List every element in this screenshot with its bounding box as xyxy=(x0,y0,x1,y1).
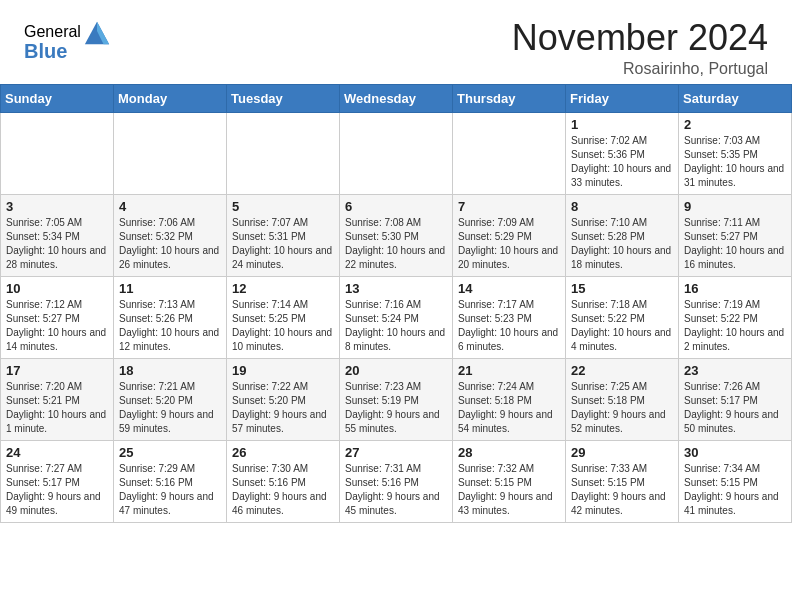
day-number: 21 xyxy=(458,363,560,378)
day-info: Sunrise: 7:26 AM Sunset: 5:17 PM Dayligh… xyxy=(684,380,786,436)
day-info: Sunrise: 7:08 AM Sunset: 5:30 PM Dayligh… xyxy=(345,216,447,272)
day-number: 12 xyxy=(232,281,334,296)
day-number: 23 xyxy=(684,363,786,378)
day-info: Sunrise: 7:21 AM Sunset: 5:20 PM Dayligh… xyxy=(119,380,221,436)
day-info: Sunrise: 7:22 AM Sunset: 5:20 PM Dayligh… xyxy=(232,380,334,436)
day-number: 6 xyxy=(345,199,447,214)
day-info: Sunrise: 7:31 AM Sunset: 5:16 PM Dayligh… xyxy=(345,462,447,518)
day-info: Sunrise: 7:19 AM Sunset: 5:22 PM Dayligh… xyxy=(684,298,786,354)
day-info: Sunrise: 7:12 AM Sunset: 5:27 PM Dayligh… xyxy=(6,298,108,354)
calendar-cell: 4Sunrise: 7:06 AM Sunset: 5:32 PM Daylig… xyxy=(114,194,227,276)
calendar-cell: 14Sunrise: 7:17 AM Sunset: 5:23 PM Dayli… xyxy=(453,276,566,358)
weekday-header-sunday: Sunday xyxy=(1,84,114,112)
day-number: 4 xyxy=(119,199,221,214)
calendar-cell: 19Sunrise: 7:22 AM Sunset: 5:20 PM Dayli… xyxy=(227,358,340,440)
day-number: 11 xyxy=(119,281,221,296)
weekday-header-row: SundayMondayTuesdayWednesdayThursdayFrid… xyxy=(1,84,792,112)
day-number: 7 xyxy=(458,199,560,214)
day-number: 1 xyxy=(571,117,673,132)
month-title: November 2024 xyxy=(512,18,768,58)
day-number: 13 xyxy=(345,281,447,296)
day-number: 29 xyxy=(571,445,673,460)
day-number: 10 xyxy=(6,281,108,296)
day-info: Sunrise: 7:16 AM Sunset: 5:24 PM Dayligh… xyxy=(345,298,447,354)
day-info: Sunrise: 7:09 AM Sunset: 5:29 PM Dayligh… xyxy=(458,216,560,272)
calendar-cell: 10Sunrise: 7:12 AM Sunset: 5:27 PM Dayli… xyxy=(1,276,114,358)
day-info: Sunrise: 7:11 AM Sunset: 5:27 PM Dayligh… xyxy=(684,216,786,272)
day-number: 27 xyxy=(345,445,447,460)
day-number: 5 xyxy=(232,199,334,214)
calendar-cell: 25Sunrise: 7:29 AM Sunset: 5:16 PM Dayli… xyxy=(114,440,227,522)
calendar-cell: 24Sunrise: 7:27 AM Sunset: 5:17 PM Dayli… xyxy=(1,440,114,522)
day-number: 16 xyxy=(684,281,786,296)
day-info: Sunrise: 7:34 AM Sunset: 5:15 PM Dayligh… xyxy=(684,462,786,518)
day-number: 28 xyxy=(458,445,560,460)
day-info: Sunrise: 7:33 AM Sunset: 5:15 PM Dayligh… xyxy=(571,462,673,518)
logo-blue-text: Blue xyxy=(24,40,67,63)
week-row-1: 1Sunrise: 7:02 AM Sunset: 5:36 PM Daylig… xyxy=(1,112,792,194)
calendar-cell xyxy=(453,112,566,194)
calendar-cell: 28Sunrise: 7:32 AM Sunset: 5:15 PM Dayli… xyxy=(453,440,566,522)
weekday-header-friday: Friday xyxy=(566,84,679,112)
day-info: Sunrise: 7:10 AM Sunset: 5:28 PM Dayligh… xyxy=(571,216,673,272)
day-number: 3 xyxy=(6,199,108,214)
calendar-cell: 15Sunrise: 7:18 AM Sunset: 5:22 PM Dayli… xyxy=(566,276,679,358)
day-number: 30 xyxy=(684,445,786,460)
day-info: Sunrise: 7:32 AM Sunset: 5:15 PM Dayligh… xyxy=(458,462,560,518)
week-row-2: 3Sunrise: 7:05 AM Sunset: 5:34 PM Daylig… xyxy=(1,194,792,276)
logo-general-text: General xyxy=(24,23,81,41)
calendar-cell: 6Sunrise: 7:08 AM Sunset: 5:30 PM Daylig… xyxy=(340,194,453,276)
day-number: 24 xyxy=(6,445,108,460)
calendar-cell: 7Sunrise: 7:09 AM Sunset: 5:29 PM Daylig… xyxy=(453,194,566,276)
calendar-cell: 11Sunrise: 7:13 AM Sunset: 5:26 PM Dayli… xyxy=(114,276,227,358)
calendar-cell: 2Sunrise: 7:03 AM Sunset: 5:35 PM Daylig… xyxy=(679,112,792,194)
location-subtitle: Rosairinho, Portugal xyxy=(512,60,768,78)
day-number: 18 xyxy=(119,363,221,378)
calendar-cell xyxy=(1,112,114,194)
day-info: Sunrise: 7:03 AM Sunset: 5:35 PM Dayligh… xyxy=(684,134,786,190)
title-area: November 2024 Rosairinho, Portugal xyxy=(512,18,768,78)
calendar-cell: 3Sunrise: 7:05 AM Sunset: 5:34 PM Daylig… xyxy=(1,194,114,276)
day-number: 26 xyxy=(232,445,334,460)
calendar-cell: 16Sunrise: 7:19 AM Sunset: 5:22 PM Dayli… xyxy=(679,276,792,358)
day-number: 8 xyxy=(571,199,673,214)
day-info: Sunrise: 7:14 AM Sunset: 5:25 PM Dayligh… xyxy=(232,298,334,354)
day-number: 20 xyxy=(345,363,447,378)
day-info: Sunrise: 7:13 AM Sunset: 5:26 PM Dayligh… xyxy=(119,298,221,354)
day-info: Sunrise: 7:30 AM Sunset: 5:16 PM Dayligh… xyxy=(232,462,334,518)
weekday-header-thursday: Thursday xyxy=(453,84,566,112)
day-number: 14 xyxy=(458,281,560,296)
calendar-cell: 29Sunrise: 7:33 AM Sunset: 5:15 PM Dayli… xyxy=(566,440,679,522)
week-row-4: 17Sunrise: 7:20 AM Sunset: 5:21 PM Dayli… xyxy=(1,358,792,440)
calendar-cell: 20Sunrise: 7:23 AM Sunset: 5:19 PM Dayli… xyxy=(340,358,453,440)
day-number: 9 xyxy=(684,199,786,214)
logo-icon xyxy=(83,18,111,46)
calendar-cell: 26Sunrise: 7:30 AM Sunset: 5:16 PM Dayli… xyxy=(227,440,340,522)
day-number: 15 xyxy=(571,281,673,296)
day-info: Sunrise: 7:27 AM Sunset: 5:17 PM Dayligh… xyxy=(6,462,108,518)
calendar-cell: 12Sunrise: 7:14 AM Sunset: 5:25 PM Dayli… xyxy=(227,276,340,358)
day-number: 22 xyxy=(571,363,673,378)
calendar-cell: 9Sunrise: 7:11 AM Sunset: 5:27 PM Daylig… xyxy=(679,194,792,276)
day-info: Sunrise: 7:17 AM Sunset: 5:23 PM Dayligh… xyxy=(458,298,560,354)
week-row-5: 24Sunrise: 7:27 AM Sunset: 5:17 PM Dayli… xyxy=(1,440,792,522)
calendar-cell: 27Sunrise: 7:31 AM Sunset: 5:16 PM Dayli… xyxy=(340,440,453,522)
calendar-cell: 30Sunrise: 7:34 AM Sunset: 5:15 PM Dayli… xyxy=(679,440,792,522)
weekday-header-tuesday: Tuesday xyxy=(227,84,340,112)
day-info: Sunrise: 7:23 AM Sunset: 5:19 PM Dayligh… xyxy=(345,380,447,436)
logo: General Blue xyxy=(24,18,111,63)
page-header: General Blue November 2024 Rosairinho, P… xyxy=(0,0,792,84)
day-info: Sunrise: 7:18 AM Sunset: 5:22 PM Dayligh… xyxy=(571,298,673,354)
calendar-table: SundayMondayTuesdayWednesdayThursdayFrid… xyxy=(0,84,792,523)
day-info: Sunrise: 7:29 AM Sunset: 5:16 PM Dayligh… xyxy=(119,462,221,518)
calendar-cell: 22Sunrise: 7:25 AM Sunset: 5:18 PM Dayli… xyxy=(566,358,679,440)
weekday-header-monday: Monday xyxy=(114,84,227,112)
day-info: Sunrise: 7:07 AM Sunset: 5:31 PM Dayligh… xyxy=(232,216,334,272)
calendar-cell xyxy=(340,112,453,194)
day-number: 17 xyxy=(6,363,108,378)
day-info: Sunrise: 7:25 AM Sunset: 5:18 PM Dayligh… xyxy=(571,380,673,436)
day-number: 2 xyxy=(684,117,786,132)
day-number: 19 xyxy=(232,363,334,378)
day-info: Sunrise: 7:24 AM Sunset: 5:18 PM Dayligh… xyxy=(458,380,560,436)
calendar-cell xyxy=(114,112,227,194)
